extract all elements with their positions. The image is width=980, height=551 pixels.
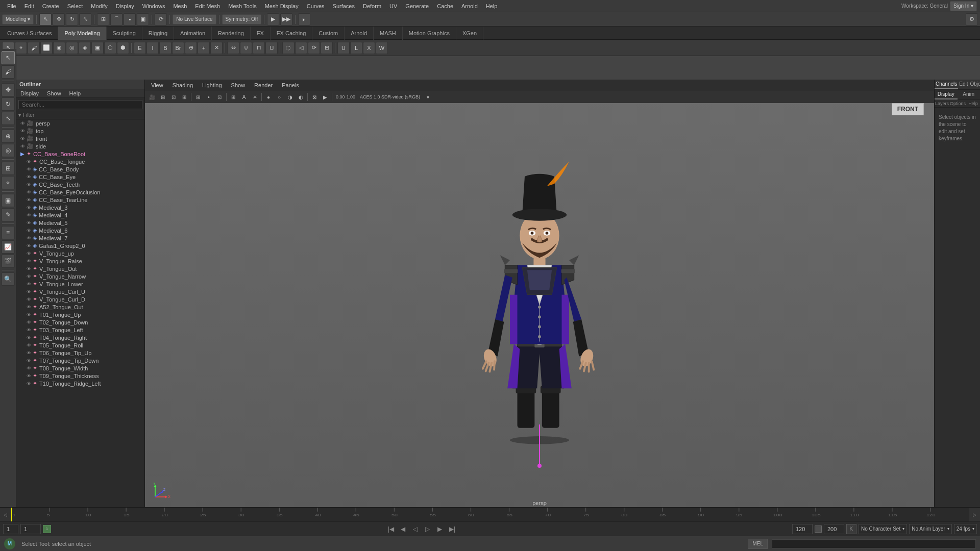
tab-arnold[interactable]: Arnold <box>345 27 374 40</box>
start-frame-field[interactable]: 1 <box>3 524 18 534</box>
menu-modify[interactable]: Modify <box>87 2 111 10</box>
outliner-item-medieval6[interactable]: 👁 ◈ Medieval_6 <box>16 227 144 234</box>
tool-lasso[interactable]: ⌖ <box>15 42 27 54</box>
tool-pinch[interactable]: ◈ <box>79 42 91 54</box>
tool-loop[interactable]: ⬢ <box>117 42 129 54</box>
tool-bevel[interactable]: B <box>159 42 172 54</box>
render-btn[interactable]: ▶ <box>267 13 279 26</box>
select-btn[interactable]: ↖ <box>2 51 15 64</box>
outliner-item-vtongue-curl-d[interactable]: 👁 ✦ V_Tongue_Curl_D <box>16 295 144 303</box>
tool-smooth[interactable]: ◌ <box>282 42 295 54</box>
vp-playblast[interactable]: ▶ <box>320 92 330 102</box>
step-fwd-btn[interactable]: ▶ <box>435 524 445 534</box>
vp-wireframe[interactable]: ⊡ <box>214 92 225 102</box>
menu-help[interactable]: Help <box>482 2 502 10</box>
tool-sculpt[interactable]: ◉ <box>53 42 65 54</box>
outliner-menu-display[interactable]: Display <box>16 89 43 97</box>
menu-mesh-display[interactable]: Mesh Display <box>261 2 303 10</box>
vp-menu-show[interactable]: Show <box>227 81 250 89</box>
outliner-item-cc-base-eyeocclusion[interactable]: 👁 ◈ CC_Base_EyeOcclusion <box>16 188 144 196</box>
tool-boolean[interactable]: ∪ <box>240 42 252 54</box>
history-btn[interactable]: ⟳ <box>155 13 167 26</box>
tool-bridge[interactable]: Br <box>172 42 184 54</box>
total-frames-field[interactable]: 200 <box>824 524 844 534</box>
outliner-item-t04-tongue-right[interactable]: 👁 ✦ T04_Tongue_Right <box>16 334 144 341</box>
mode-selector[interactable]: Modeling ▾ <box>2 14 34 24</box>
outliner-item-persp[interactable]: 👁 🎥 persp <box>16 119 144 127</box>
viewport[interactable]: View Shading Lighting Show Render Panels… <box>145 80 934 521</box>
tool-flatten[interactable]: ▣ <box>91 42 104 54</box>
menu-edit[interactable]: Edit <box>20 2 38 10</box>
outliner-item-vtongue-out[interactable]: 👁 ✦ V_Tongue_Out <box>16 265 144 272</box>
tab-sculpting[interactable]: Sculpting <box>107 27 142 40</box>
outliner-item-t10-tongue-ridge-left[interactable]: 👁 ✦ T10_Tongue_Ridge_Left <box>16 380 144 387</box>
outliner-item-t06-tongue-tip-up[interactable]: 👁 ✦ T06_Tongue_Tip_Up <box>16 349 144 357</box>
outliner-item-t03-tongue-left[interactable]: 👁 ✦ T03_Tongue_Left <box>16 326 144 334</box>
vp-shader4[interactable]: ◐ <box>296 92 306 102</box>
tool-separate[interactable]: ⊔ <box>265 42 278 54</box>
playblast-btn[interactable]: ⏯ <box>298 13 310 26</box>
select-tool-btn[interactable]: ↖ <box>39 13 52 26</box>
vp-persp-btn[interactable]: ⊞ <box>179 92 189 102</box>
tool-uv-unfold[interactable]: U <box>337 42 350 54</box>
vp-shader1[interactable]: ● <box>263 92 274 102</box>
outliner-item-cc-base-tearline[interactable]: 👁 ◈ CC_Base_TearLine <box>16 196 144 204</box>
outliner-item-medieval3[interactable]: 👁 ◈ Medieval_3 <box>16 204 144 211</box>
vp-bookmarks[interactable]: ⊞ <box>158 92 168 102</box>
menu-file[interactable]: File <box>3 2 20 10</box>
outliner-item-cc-base-eye[interactable]: 👁 ◈ CC_Base_Eye <box>16 173 144 181</box>
tab-xgen[interactable]: XGen <box>456 27 483 40</box>
outliner-item-t08-tongue-width[interactable]: 👁 ✦ T08_Tongue_Width <box>16 364 144 372</box>
rp-subsubtab-help[interactable]: Help <box>966 100 980 107</box>
tab-mash[interactable]: MASH <box>374 27 403 40</box>
tool-delete[interactable]: ✕ <box>210 42 223 54</box>
vp-menu-panels[interactable]: Panels <box>278 81 303 89</box>
outliner-item-medieval7[interactable]: 👁 ◈ Medieval_7 <box>16 234 144 242</box>
snap-point-btn[interactable]: • <box>124 13 136 26</box>
anim-layer-dropdown[interactable]: No Anim Layer ▾ <box>909 524 952 534</box>
vp-color-profile[interactable]: ACES 1.0 SDR-video (sRGB) <box>358 92 422 102</box>
tool-inset[interactable]: I <box>146 42 159 54</box>
outliner-item-vtongue-up[interactable]: 👁 ✦ V_Tongue_up <box>16 249 144 257</box>
outliner-item-t09-tongue-thickness[interactable]: 👁 ✦ T09_Tongue_Thickness <box>16 372 144 380</box>
vp-isolate[interactable]: ⊠ <box>309 92 320 102</box>
maya-status-icon[interactable]: M <box>4 538 15 549</box>
tab-animation[interactable]: Animation <box>174 27 212 40</box>
vp-aa-toggle[interactable]: A <box>239 92 249 102</box>
timeline-ruler[interactable]: 1 5 10 15 20 25 30 35 40 <box>11 508 969 521</box>
tool-extrude[interactable]: E <box>134 42 146 54</box>
rotate-tool-btn[interactable]: ↻ <box>66 13 78 26</box>
outliner-item-t01-tongue-up[interactable]: 👁 ✦ T01_Tongue_Up <box>16 311 144 318</box>
outliner-item-vtongue-lower[interactable]: 👁 ✦ V_Tongue_Lower <box>16 280 144 288</box>
outliner-search[interactable] <box>18 100 142 109</box>
tab-curves-surfaces[interactable]: Curves / Surfaces <box>1 27 58 40</box>
outliner-item-vtongue-curl-u[interactable]: 👁 ✦ V_Tongue_Curl_U <box>16 288 144 295</box>
outliner-item-vtongue-narrow[interactable]: 👁 ✦ V_Tongue_Narrow <box>16 272 144 280</box>
current-frame-field[interactable]: 1 <box>20 524 41 534</box>
playback-end-field[interactable]: 120 <box>792 524 813 534</box>
sign-in-button[interactable]: Sign In ▾ <box>950 1 977 11</box>
vp-snap-pt[interactable]: • <box>204 92 214 102</box>
vp-color-profile-dropdown[interactable]: ▾ <box>423 92 433 102</box>
rp-tab-channels[interactable]: Channels <box>935 80 958 89</box>
vp-menu-lighting[interactable]: Lighting <box>198 81 226 89</box>
rp-tab-edit[interactable]: Edit <box>958 80 969 89</box>
go-start-btn[interactable]: |◀ <box>386 524 396 534</box>
tool-combine[interactable]: ⊓ <box>253 42 265 54</box>
timeline-left-arrow[interactable]: ◁ <box>0 508 11 521</box>
rp-subtab-anim[interactable]: Anim <box>958 90 981 99</box>
vp-menu-shading[interactable]: Shading <box>168 81 197 89</box>
vp-snap-grid[interactable]: ⊞ <box>193 92 203 102</box>
tab-motion-graphics[interactable]: Motion Graphics <box>403 27 456 40</box>
menu-display[interactable]: Display <box>112 2 138 10</box>
vp-grid-toggle[interactable]: ⊞ <box>228 92 238 102</box>
vp-ortho-btn[interactable]: ⊡ <box>168 92 179 102</box>
go-end-btn[interactable]: ▶| <box>447 524 457 534</box>
playback-end-marker[interactable] <box>815 525 822 533</box>
vp-shader2[interactable]: ○ <box>274 92 284 102</box>
tool-remesh[interactable]: ⟳ <box>308 42 320 54</box>
tool-uv-layout[interactable]: L <box>350 42 362 54</box>
vp-shader3[interactable]: ◑ <box>285 92 295 102</box>
script-lang-btn[interactable]: MEL <box>748 539 768 549</box>
rp-subsubtab-options[interactable]: Options <box>949 100 966 107</box>
